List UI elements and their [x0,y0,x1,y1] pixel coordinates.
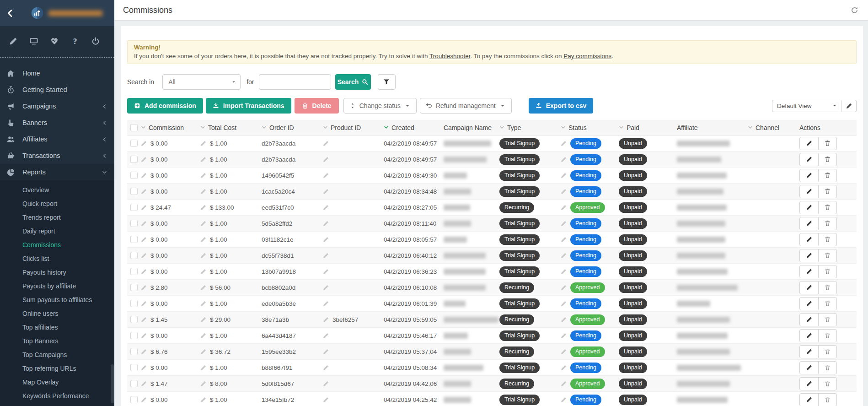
inline-edit-pencil-icon[interactable] [141,141,147,146]
inline-edit-pencil-icon[interactable] [323,333,329,339]
row-checkbox[interactable] [130,252,138,259]
sidebar-item-campaigns[interactable]: Campaigns [0,98,114,114]
sort-caret-icon[interactable] [262,125,267,130]
delete-row-button[interactable] [818,378,836,390]
delete-row-button[interactable] [818,346,836,358]
inline-edit-pencil-icon[interactable] [141,189,147,195]
row-checkbox[interactable] [130,396,138,403]
inline-edit-pencil-icon[interactable] [561,365,567,371]
row-checkbox[interactable] [130,140,138,147]
row-checkbox[interactable] [130,380,138,387]
row-checkbox[interactable] [130,204,138,211]
inline-edit-pencil-icon[interactable] [200,189,206,195]
inline-edit-pencil-icon[interactable] [141,253,147,259]
row-checkbox[interactable] [130,188,138,195]
inline-edit-pencil-icon[interactable] [200,205,206,211]
inline-edit-pencil-icon[interactable] [561,397,567,403]
sidebar-item-banners[interactable]: Banners [0,114,114,131]
sort-caret-icon[interactable] [619,125,624,130]
submenu-item-commissions[interactable]: Commissions [0,238,114,252]
inline-edit-pencil-icon[interactable] [561,269,567,275]
col-header-status[interactable]: Status [560,124,618,131]
row-checkbox[interactable] [130,268,138,275]
search-input[interactable] [259,74,331,90]
inline-edit-pencil-icon[interactable] [323,269,329,275]
inline-edit-pencil-icon[interactable] [323,173,329,179]
submenu-item-top-affiliates[interactable]: Top affiliates [0,320,114,334]
edit-row-button[interactable] [800,314,818,326]
inline-edit-pencil-icon[interactable] [141,317,147,323]
edit-row-button[interactable] [800,281,818,294]
inline-edit-pencil-icon[interactable] [200,269,206,275]
inline-edit-pencil-icon[interactable] [561,301,567,307]
inline-edit-pencil-icon[interactable] [323,349,329,355]
heartbeat-icon[interactable] [50,37,59,45]
inline-edit-pencil-icon[interactable] [141,301,147,307]
inline-edit-pencil-icon[interactable] [141,237,147,243]
inline-edit-pencil-icon[interactable] [141,333,147,339]
submenu-item-top-campaigns[interactable]: Top Campaigns [0,348,114,362]
row-checkbox[interactable] [130,220,138,227]
delete-row-button[interactable] [818,330,836,342]
sort-caret-icon[interactable] [323,125,328,130]
add-commission-button[interactable]: Add commission [127,98,203,114]
delete-row-button[interactable] [818,185,836,198]
power-icon[interactable] [91,37,100,45]
inline-edit-pencil-icon[interactable] [200,301,206,307]
inline-edit-pencil-icon[interactable] [323,237,329,243]
sidebar-item-transactions[interactable]: Transactions [0,147,114,164]
col-header-product_id[interactable]: Product ID [322,124,383,131]
edit-row-button[interactable] [800,217,818,230]
row-checkbox[interactable] [130,156,138,163]
edit-row-button[interactable] [800,378,818,390]
edit-row-button[interactable] [800,394,818,406]
inline-edit-pencil-icon[interactable] [200,381,206,387]
edit-row-button[interactable] [800,362,818,374]
col-header-commission[interactable]: Commission [140,124,199,131]
inline-edit-pencil-icon[interactable] [323,157,329,162]
submenu-item-daily-report[interactable]: Daily report [0,224,114,238]
submenu-item-trends-report[interactable]: Trends report [0,211,114,224]
inline-edit-pencil-icon[interactable] [561,189,567,195]
inline-edit-pencil-icon[interactable] [200,237,206,243]
submenu-item-clicks-list[interactable]: Clicks list [0,252,114,265]
inline-edit-pencil-icon[interactable] [323,381,329,387]
delete-row-button[interactable] [818,298,836,310]
submenu-item-overview[interactable]: Overview [0,183,114,197]
edit-row-button[interactable] [800,265,818,278]
inline-edit-pencil-icon[interactable] [561,285,567,291]
inline-edit-pencil-icon[interactable] [323,317,329,323]
submenu-item-top-banners[interactable]: Top Banners [0,334,114,348]
submenu-item-payouts-history[interactable]: Payouts history [0,265,114,279]
sidebar-item-home[interactable]: Home [0,65,114,81]
col-header-order_id[interactable]: Order ID [261,124,322,131]
inline-edit-pencil-icon[interactable] [200,349,206,355]
search-button[interactable]: Search [335,74,371,90]
sidebar-item-getting-started[interactable]: Getting Started [0,81,114,98]
inline-edit-pencil-icon[interactable] [561,205,567,211]
select-all-checkbox[interactable] [130,124,138,131]
inline-edit-pencil-icon[interactable] [141,349,147,355]
row-checkbox[interactable] [130,364,138,371]
troubleshooter-link[interactable]: Troubleshooter [429,53,471,60]
import-transactions-button[interactable]: Import Transactions [206,98,291,114]
inline-edit-pencil-icon[interactable] [561,173,567,179]
help-icon[interactable]: ? [71,37,79,45]
delete-row-button[interactable] [818,169,836,182]
sidebar-item-affiliates[interactable]: Affiliates [0,131,114,147]
submenu-item-top-referring-urls[interactable]: Top referring URLs [0,362,114,375]
submenu-item-sum-payouts-to-affiliates[interactable]: Sum payouts to affiliates [0,293,114,307]
edit-row-button[interactable] [800,201,818,214]
row-checkbox[interactable] [130,172,138,179]
row-checkbox[interactable] [130,236,138,243]
row-checkbox[interactable] [130,300,138,307]
submenu-item-quick-report[interactable]: Quick report [0,197,114,211]
inline-edit-pencil-icon[interactable] [141,269,147,275]
sort-caret-icon[interactable] [561,125,566,130]
sort-caret-icon[interactable] [200,125,205,130]
col-header-created[interactable]: Created [383,124,443,131]
sidebar-scrollbar[interactable] [111,364,114,403]
submenu-item-map-overlay[interactable]: Map Overlay [0,375,114,389]
edit-row-button[interactable] [800,330,818,342]
inline-edit-pencil-icon[interactable] [323,205,329,211]
